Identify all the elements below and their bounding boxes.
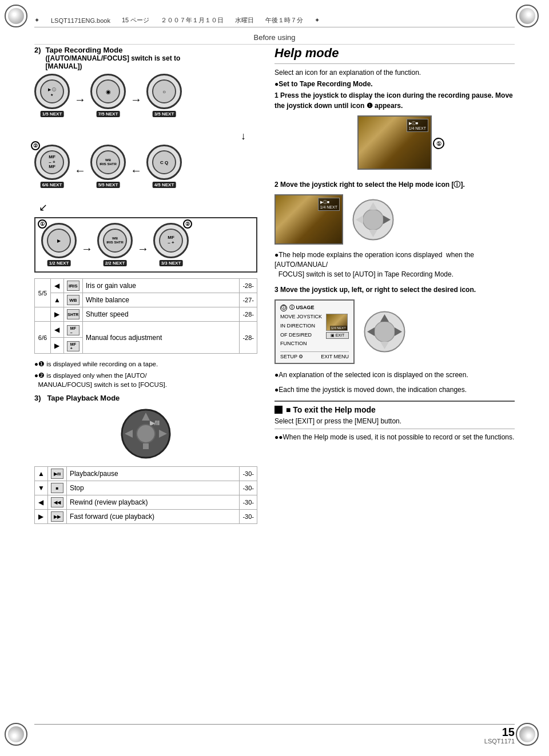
section2-block: 2) Tape Recording Mode ([AUTO/MANUAL/FOC… (34, 46, 257, 70)
step2-bullet: ●The help mode explains the operation ic… (274, 250, 515, 279)
pb-dir-down: ▼ (35, 481, 48, 495)
compass-icon: ✦ (34, 17, 39, 24)
pb-ref-rew: -30- (240, 495, 257, 510)
step2-text: 2 Move the joystick right to select the … (274, 179, 515, 190)
pb-icon-ff: ▶▶ (47, 510, 66, 524)
help-intro: Select an icon for an explanation of the… (274, 69, 515, 77)
disk-6: C Q 4/5 NEXT (146, 145, 182, 180)
table-row: ▼ ■ Stop -30- (35, 481, 257, 495)
left-column: 2) Tape Recording Mode ([AUTO/MANUAL/FOC… (34, 46, 257, 524)
playback-joystick-wrapper: ▶/II (34, 408, 257, 459)
ref-wb: -27- (240, 293, 257, 307)
arrow-back: ↙ (39, 201, 257, 214)
arrow-6-5: ← (130, 164, 142, 177)
pb-icon-rew: ◀◀ (47, 495, 66, 510)
usage-setup: SETUP ⚙ (280, 354, 303, 359)
top-bar: ✦ LSQT1171ENG.book 15 ページ ２００７年１月１０日 水曜日… (34, 16, 515, 27)
black-square-icon (274, 406, 283, 414)
bottom-border (34, 724, 515, 725)
exit-help-title: ■ To exit the Help mode (274, 405, 515, 414)
step1-content: Press the joystick to display the icon d… (274, 91, 513, 110)
page-code: LSQT1171 (484, 738, 515, 745)
step3-preview-row: ⓘ ⓘ USAGE MOVE JOYSTICK IN DIRECTION OF … (274, 299, 515, 364)
date-info: ２００７年１月１０日 (161, 16, 224, 25)
right-column: Help mode Select an icon for an explanat… (274, 46, 515, 524)
main-content: 2) Tape Recording Mode ([AUTO/MANUAL/FOC… (34, 46, 515, 524)
label-iris: Iris or gain value (82, 279, 240, 293)
help-set-to: ●Set to Tape Recording Mode. (274, 80, 515, 88)
usage-exit-menu: EXIT MENU (321, 354, 349, 359)
weekday: 水曜日 (235, 16, 254, 25)
ref-mf: -28- (240, 322, 257, 354)
dir-up: ▲ (51, 293, 64, 307)
svg-point-14 (375, 322, 395, 342)
table-row: ▶ SHTR Shutter speed -28- (35, 307, 257, 322)
svg-text:▶/II: ▶/II (150, 419, 160, 426)
section-box: ① ▶ 1/2 NEXT → WBIRIS SHTR (34, 217, 257, 273)
disk-8: WBIRIS SHTR 2/2 NEXT (97, 223, 133, 258)
usage-bullet-1: ●An explanation of the selected icon is … (274, 370, 515, 380)
pb-ref-stop: -30- (240, 481, 257, 495)
disk-4: ② MF– +MF 6/6 NEXT (34, 145, 70, 180)
corner-decoration-tl (5, 5, 33, 33)
corner-decoration-br (516, 723, 544, 751)
bullet-note-1: ●❶ is displayed while recording on a tap… (34, 359, 257, 369)
pb-icon-stop: ■ (47, 481, 66, 495)
playback-table: ▲ ▶/II Playback/pause -30- ▼ ■ Stop -30-… (34, 466, 257, 524)
direction-wheel-2 (363, 310, 406, 353)
exit-help-title-text: ■ To exit the Help mode (286, 405, 376, 414)
disk-row-2: ② MF– +MF 6/6 NEXT ← WBIRIS SHTR 5 (34, 145, 257, 189)
pb-dir-right: ▶ (35, 510, 48, 524)
arrow-7-8: → (81, 242, 93, 255)
bottom-bullet-text: ●●When the Help mode is used, it is not … (274, 433, 515, 442)
disk-9: ② MF– + 3/3 NEXT (153, 223, 189, 258)
usage-cam-label: 1/4 NEXT (330, 326, 347, 330)
dir-right: ▶ (51, 307, 64, 322)
section2-subtitle: ([AUTO/MANUAL/FOCUS] switch is set to[MA… (46, 54, 181, 70)
corner-decoration-bl (5, 723, 33, 751)
page-indicator: 15 ページ (122, 16, 149, 25)
icon-mf-minus: MF– (63, 322, 82, 338)
usage-line3: OF DESIRED (280, 332, 323, 339)
header-title: Before using (254, 33, 296, 42)
usage-label: ⓘ USAGE (289, 304, 315, 311)
num-circle-2: ② (31, 141, 40, 150)
page-55: 5/5 (35, 279, 51, 307)
label-shtr: Shutter speed (82, 307, 240, 322)
arrow-5-4: ← (74, 164, 86, 177)
step2-num: 2 (274, 181, 280, 189)
disk-2: ◉ 7/5 NEXT (90, 74, 126, 109)
indicator-circle-1: ① (433, 138, 444, 149)
section2-num: 2) (34, 46, 41, 54)
bottom-note: ●●When the Help mode is used, it is not … (274, 429, 515, 442)
pb-label-stop: Stop (66, 481, 240, 495)
bullet-notes: ●❶ is displayed while recording on a tap… (34, 359, 257, 389)
page-66: 6/6 (35, 322, 51, 354)
section2-title: Tape Recording Mode (46, 46, 181, 54)
camera-preview-1: ▶ⓘ■ 1/4 NEXT ① (357, 115, 432, 171)
disk-7: ① ▶ 1/2 NEXT (41, 223, 77, 258)
step3-num: 3 (274, 286, 280, 294)
table-row: 5/5 ◀ IRIS Iris or gain value -28- (35, 279, 257, 293)
svg-point-8 (363, 209, 384, 230)
table-row: 6/6 ◀ MF– Manual focus adjustment -28- (35, 322, 257, 338)
num-circle-2b: ② (183, 219, 192, 229)
compass-icon-right: ✦ (315, 17, 320, 24)
step1-preview: ▶ⓘ■ 1/4 NEXT ① (274, 115, 515, 171)
pb-ref-ff: -30- (240, 510, 257, 524)
camera-preview-2: ▶ⓘ■ 1/4 NEXT (274, 194, 343, 245)
usage-preview: 1/4 NEXT ▣ EXIT (326, 314, 349, 350)
playback-joystick: ▶/II (120, 408, 172, 459)
ref-shtr: -28- (240, 307, 257, 322)
usage-line2: IN DIRECTION (280, 323, 323, 330)
usage-content: MOVE JOYSTICK IN DIRECTION OF DESIRED FU… (280, 314, 349, 350)
pb-label-play: Playback/pause (66, 467, 240, 481)
page-empty1 (35, 307, 51, 322)
icon-shtr: SHTR (63, 307, 82, 322)
preview-overlay-1: ▶ⓘ■ 1/4 NEXT (407, 119, 428, 132)
disk-3: ○ 3/5 NEXT (146, 74, 182, 109)
step1-text: 1 Press the joystick to display the icon… (274, 90, 515, 111)
svg-rect-2 (143, 443, 149, 449)
info-circle-icon: ⓘ (280, 305, 287, 311)
label-mf: Manual focus adjustment (82, 322, 240, 354)
